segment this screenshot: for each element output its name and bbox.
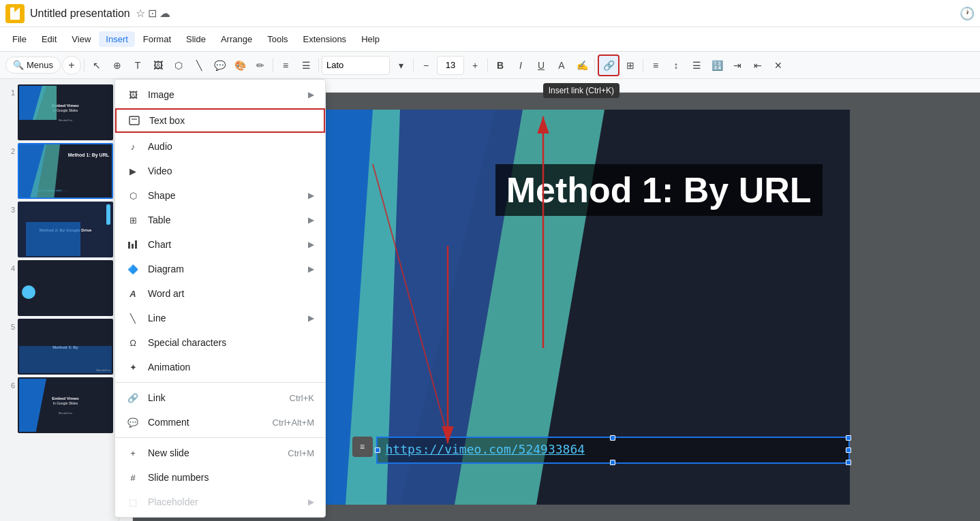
drive-icon[interactable]: ⊡ bbox=[148, 7, 157, 20]
menu-help[interactable]: Help bbox=[354, 31, 386, 47]
menu-extensions[interactable]: Extensions bbox=[296, 31, 354, 47]
textbox-icon bbox=[127, 114, 141, 127]
text-align-indicator: ≡ bbox=[352, 437, 373, 457]
line-icon: ╲ bbox=[126, 311, 140, 325]
toolbar-btn-align-center[interactable]: ☰ bbox=[296, 56, 316, 75]
toolbar-btn-line[interactable]: ╲ bbox=[189, 56, 209, 75]
menu-shape-item[interactable]: ⬡ Shape ▶ bbox=[115, 183, 325, 208]
menu-diagram-item[interactable]: 🔷 Diagram ▶ bbox=[115, 257, 325, 281]
font-size-decrease[interactable]: − bbox=[416, 56, 435, 75]
resize-handle-bottom-right[interactable] bbox=[846, 460, 851, 465]
menu-slidenums-item[interactable]: # Slide numbers bbox=[115, 465, 325, 490]
add-button[interactable]: + bbox=[62, 56, 81, 75]
menu-tools[interactable]: Tools bbox=[260, 31, 294, 47]
resize-handle-left[interactable] bbox=[375, 447, 380, 453]
font-size-input[interactable] bbox=[437, 56, 464, 75]
toolbar-btn-image[interactable]: 🖼 bbox=[149, 56, 168, 75]
resize-handle-top[interactable] bbox=[610, 435, 615, 441]
resize-handle-top-right[interactable] bbox=[846, 435, 851, 441]
svg-rect-11 bbox=[135, 240, 137, 249]
menu-table-item[interactable]: ⊞ Table ▶ bbox=[115, 208, 325, 232]
menu-animation-item[interactable]: ✦ Animation bbox=[115, 355, 325, 379]
sep7 bbox=[643, 59, 643, 72]
audio-label: Audio bbox=[148, 141, 314, 152]
history-icon[interactable]: 🕐 bbox=[960, 6, 975, 21]
menu-slide[interactable]: Slide bbox=[179, 31, 213, 47]
cloud-icon[interactable]: ☁ bbox=[159, 7, 170, 20]
textbox-label: Text box bbox=[149, 115, 313, 126]
sep3 bbox=[318, 59, 319, 72]
slide-img-4[interactable] bbox=[18, 260, 113, 316]
slide-img-6[interactable]: Embed Vimeo In Google Slides WonderFox bbox=[18, 377, 113, 433]
font-name-input[interactable] bbox=[322, 56, 390, 75]
menu-insert[interactable]: Insert bbox=[99, 31, 135, 47]
slide-panel: 1 Embed Vimeo In Google Slides WonderFox… bbox=[0, 79, 119, 521]
menu-bar: File Edit View Insert Format Slide Arran… bbox=[0, 27, 980, 52]
toolbar-btn-pen[interactable]: ✏ bbox=[251, 56, 270, 75]
bold-button[interactable]: B bbox=[491, 56, 510, 75]
menu-audio-item[interactable]: ♪ Audio bbox=[115, 134, 325, 159]
url-text: https://vimeo.com/524933864 bbox=[386, 442, 585, 456]
sep1 bbox=[84, 59, 85, 72]
highlight-button[interactable]: ✍ bbox=[572, 56, 592, 75]
menu-wordart-item[interactable]: A Word art bbox=[115, 281, 325, 306]
italic-button[interactable]: I bbox=[511, 56, 530, 75]
line-spacing-button[interactable]: ↕ bbox=[667, 56, 686, 75]
slide-thumb-6[interactable]: 6 Embed Vimeo In Google Slides WonderFox bbox=[3, 377, 116, 433]
menu-view[interactable]: View bbox=[65, 31, 97, 47]
toolbar-btn-zoom[interactable]: ⊕ bbox=[108, 56, 127, 75]
slide-thumb-2[interactable]: 2 Method 1: By URL https://vimeo.com/... bbox=[3, 143, 116, 199]
sep2 bbox=[273, 59, 273, 72]
star-icon[interactable]: ☆ bbox=[136, 7, 145, 20]
menu-placeholder-item[interactable]: ⬚ Placeholder ▶ bbox=[115, 490, 325, 514]
menu-arrange[interactable]: Arrange bbox=[214, 31, 259, 47]
menu-line-item[interactable]: ╲ Line ▶ bbox=[115, 306, 325, 330]
menu-link-item[interactable]: 🔗 Link Ctrl+K bbox=[115, 385, 325, 410]
insert-table-button[interactable]: ⊞ bbox=[621, 56, 640, 75]
slide-img-3[interactable]: Method 2: By Google Drive bbox=[18, 202, 113, 257]
comment-shortcut: Ctrl+Alt+M bbox=[273, 417, 314, 428]
slide-thumb-1[interactable]: 1 Embed Vimeo In Google Slides WonderFox bbox=[3, 84, 116, 140]
slide-thumb-4[interactable]: 4 bbox=[3, 260, 116, 316]
insert-link-button[interactable]: 🔗 bbox=[598, 54, 619, 76]
text-align-button[interactable]: ≡ bbox=[646, 56, 665, 75]
clear-format-button[interactable]: ✕ bbox=[769, 56, 788, 75]
menus-label: Menus bbox=[27, 60, 53, 70]
font-color-button[interactable]: A bbox=[552, 56, 571, 75]
toolbar-btn-shapes[interactable]: ⬡ bbox=[169, 56, 188, 75]
menu-comment-item[interactable]: 💬 Comment Ctrl+Alt+M bbox=[115, 410, 325, 435]
menu-special-item[interactable]: Ω Special characters bbox=[115, 330, 325, 355]
numbered-list-button[interactable]: 🔢 bbox=[707, 56, 726, 75]
menus-button[interactable]: 🔍 Menus bbox=[5, 57, 61, 74]
menu-format[interactable]: Format bbox=[136, 31, 178, 47]
slide-img-2[interactable]: Method 1: By URL https://vimeo.com/... bbox=[18, 143, 113, 199]
slide-img-5[interactable]: Method 3: By WonderFox bbox=[18, 319, 113, 375]
wordart-label: Word art bbox=[148, 288, 314, 299]
font-size-increase[interactable]: + bbox=[465, 56, 485, 75]
slide-thumb-3[interactable]: 3 Method 2: By Google Drive bbox=[3, 202, 116, 257]
indent-button[interactable]: ⇥ bbox=[728, 56, 747, 75]
menu-chart-item[interactable]: Chart ▶ bbox=[115, 232, 325, 257]
outdent-button[interactable]: ⇤ bbox=[748, 56, 767, 75]
toolbar-btn-comment[interactable]: 💬 bbox=[210, 56, 229, 75]
toolbar-btn-align-left[interactable]: ≡ bbox=[276, 56, 295, 75]
toolbar-btn-textbox[interactable]: T bbox=[128, 56, 147, 75]
bullet-list-button[interactable]: ☰ bbox=[687, 56, 706, 75]
menu-newslide-item[interactable]: + New slide Ctrl+M bbox=[115, 441, 325, 465]
underline-button[interactable]: U bbox=[532, 56, 551, 75]
menu-image-item[interactable]: 🖼 Image ▶ bbox=[115, 82, 325, 107]
shape-icon: ⬡ bbox=[126, 189, 140, 202]
slide-thumb-5[interactable]: 5 Method 3: By WonderFox bbox=[3, 319, 116, 375]
font-dropdown-btn[interactable]: ▾ bbox=[391, 56, 410, 75]
menu-textbox-item[interactable]: Text box bbox=[115, 108, 325, 133]
resize-handle-bottom[interactable] bbox=[610, 460, 615, 465]
resize-handle-right[interactable] bbox=[846, 447, 851, 453]
url-textbox[interactable]: https://vimeo.com/524933864 bbox=[376, 437, 850, 464]
toolbar-btn-cursor[interactable]: ↖ bbox=[87, 56, 106, 75]
toolbar-btn-fill[interactable]: 🎨 bbox=[230, 56, 249, 75]
menu-edit[interactable]: Edit bbox=[35, 31, 63, 47]
slide-img-1[interactable]: Embed Vimeo In Google Slides WonderFox bbox=[18, 84, 113, 140]
newslide-shortcut: Ctrl+M bbox=[288, 448, 314, 458]
menu-file[interactable]: File bbox=[5, 31, 33, 47]
menu-video-item[interactable]: ▶ Video bbox=[115, 159, 325, 183]
